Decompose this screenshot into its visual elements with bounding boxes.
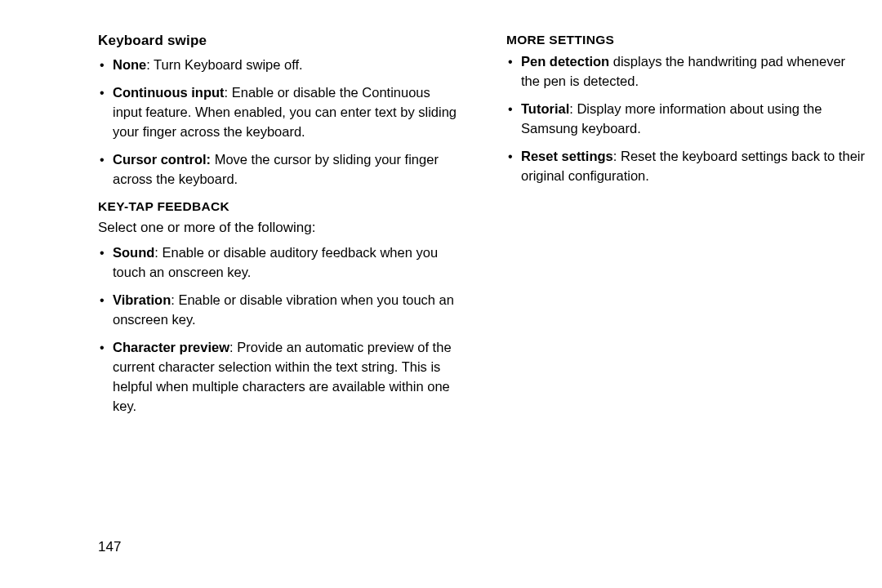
item-term: Cursor control: [113,152,211,167]
left-column: Keyboard swipe None: Turn Keyboard swipe… [98,33,457,425]
page-number: 147 [98,539,121,555]
more-settings-list: Pen detection displays the handwriting p… [506,52,866,186]
item-term: Sound [113,245,154,260]
list-item: Character preview: Provide an automatic … [98,338,457,416]
list-item: Sound: Enable or disable auditory feedba… [98,243,457,283]
section-heading-more-settings: MORE SETTINGS [506,33,866,47]
list-item: Tutorial: Display more information about… [506,100,866,139]
list-item: Vibration: Enable or disable vibration w… [98,291,457,330]
item-term: None [113,57,146,72]
item-term: Tutorial [521,101,569,116]
keyboard-swipe-list: None: Turn Keyboard swipe off. Continuou… [98,56,457,189]
list-item: Pen detection displays the handwriting p… [506,52,866,91]
keytap-intro: Select one or more of the following: [98,219,457,238]
item-term: Continuous input [113,85,225,100]
list-item: None: Turn Keyboard swipe off. [98,56,457,75]
list-item: Cursor control: Move the cursor by slidi… [98,150,457,189]
manual-page: Keyboard swipe None: Turn Keyboard swipe… [0,0,882,588]
item-term: Vibration [113,292,171,307]
item-term: Pen detection [521,54,609,69]
item-desc: : Turn Keyboard swipe off. [146,57,302,72]
right-column: MORE SETTINGS Pen detection displays the… [506,33,866,194]
item-desc: : Enable or disable auditory feedback wh… [113,245,438,279]
list-item: Reset settings: Reset the keyboard setti… [506,147,866,186]
item-term: Reset settings [521,149,613,163]
list-item: Continuous input: Enable or disable the … [98,83,457,142]
keytap-feedback-list: Sound: Enable or disable auditory feedba… [98,243,457,416]
section-heading-keytap-feedback: KEY-TAP FEEDBACK [98,199,457,214]
section-heading-keyboard-swipe: Keyboard swipe [98,33,457,49]
item-term: Character preview [113,340,229,354]
